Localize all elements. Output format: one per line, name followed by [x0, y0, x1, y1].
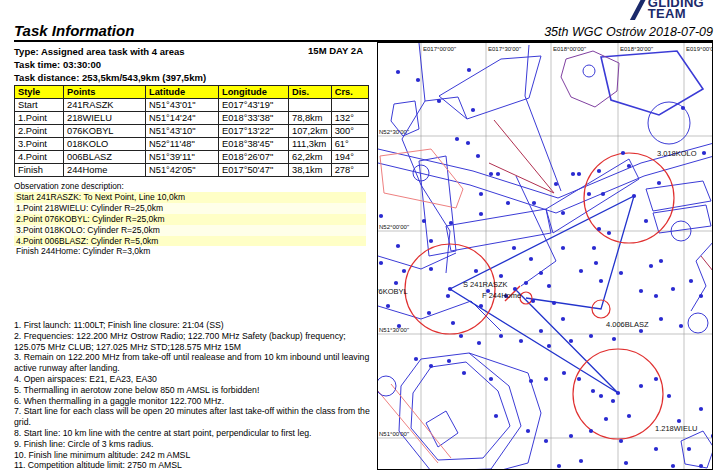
map-longitude-label: E018°30'00" — [620, 46, 653, 52]
task-table-cell: E018°38'45" — [219, 138, 289, 151]
task-table-cell: E017°50'47" — [219, 164, 289, 177]
task-note-item: 11. Competition altitude limit: 2750 m A… — [14, 460, 374, 470]
task-table-row: 4.Point006BLASZN51°39'11"E018°26'07"62,2… — [15, 151, 369, 164]
task-table-cell: E017°13'22" — [219, 125, 289, 138]
airspace-outline — [419, 156, 456, 256]
task-table-header: StylePointsLatitudeLongitudeDis.Crs. — [15, 86, 369, 99]
task-notes-list: 1. First launch: 11:00LT; Finish line cl… — [14, 320, 374, 470]
task-table-cell: 3.Point — [15, 138, 64, 151]
task-table-cell: 278° — [331, 164, 368, 177]
map-waypoint-label: 4.006BLASZ — [606, 320, 649, 329]
task-table-cell: N51°39'11" — [146, 151, 219, 164]
map-latitude-label: N51°00'00" — [379, 431, 409, 437]
airspace-outline — [646, 181, 711, 211]
task-table-cell: N51°14'24" — [146, 112, 219, 125]
task-note-item: 7. Start line for each class will be ope… — [14, 406, 374, 428]
task-table-row: 2.Point076KOBYLN51°43'10"E017°13'22"107,… — [15, 125, 369, 138]
airspace-outline — [681, 431, 713, 468]
task-distance-line: Task distance: 253,5km/543,9km (397,5km) — [14, 71, 206, 84]
map-longitude-label: E017°30'00" — [488, 46, 521, 52]
task-table-cell: 241RASZK — [64, 99, 146, 112]
task-table-cell: N51°43'01" — [146, 99, 219, 112]
task-table-cell: 218WIELU — [64, 112, 146, 125]
task-table-cell: E018°26'07" — [219, 151, 289, 164]
task-table-col-header: Style — [15, 86, 64, 99]
task-table-cell: 62,2km — [289, 151, 332, 164]
task-table-row: 1.Point218WIELUN51°14'24"E018°33'38"78,8… — [15, 112, 369, 125]
observation-zone-line: 3.Point 018KOLO: Cylinder R=25,0km — [14, 225, 366, 236]
task-map-svg: E017°00'00"E017°30'00"E018°00'00"E018°30… — [378, 43, 713, 470]
task-note-item: 9. Finish line: Circle of 3 kms radius. — [14, 439, 374, 450]
task-legs — [450, 196, 634, 393]
task-table: StylePointsLatitudeLongitudeDis.Crs. Sta… — [14, 85, 369, 177]
map-longitude-label: E017°00'00" — [423, 46, 456, 52]
observation-zone-line: 4.Point 006BLASZ: Cylinder R=5,0km — [14, 236, 366, 247]
task-map: E017°00'00"E017°30'00"E018°00'00"E018°30… — [377, 42, 713, 470]
observation-zone-line: 1.Point 218WIELU: Cylinder R=25,0km — [14, 203, 366, 214]
airspace-outline — [378, 253, 456, 269]
map-waypoint-label: 2.076KOBYL — [378, 287, 408, 296]
task-table-cell: 1.Point — [15, 112, 64, 125]
task-note-item: 8. Start line: 10 km line with the centr… — [14, 428, 374, 439]
airspace-outline — [411, 362, 510, 460]
map-waypoint-label: S 241RASZK — [463, 280, 508, 289]
logo-slash-icon — [630, 0, 647, 20]
observation-zone-line: Finish 244Home: Cylinder R=3,0km — [14, 246, 366, 257]
map-grid: E017°00'00"E017°30'00"E018°00'00"E018°30… — [378, 43, 713, 470]
observation-zone-list: Start 241RASZK: To Next Point, Line 10,0… — [14, 192, 366, 257]
map-waypoint-label: F 244Home — [482, 291, 521, 300]
map-waypoint-label: 3.018KOLO — [657, 149, 697, 158]
task-table-row: 3.Point018KOLON52°11'48"E018°38'45"111,3… — [15, 138, 369, 151]
map-latitude-label: N51°30'00" — [379, 327, 409, 333]
airspace-circle — [583, 65, 595, 77]
task-note-item: 10. Finish line minimum altitude: 242 m … — [14, 450, 374, 461]
page-title: Task Information — [14, 22, 134, 39]
observation-zone-heading: Observation zone description: — [14, 181, 124, 191]
airspace-outline — [426, 411, 458, 447]
task-table-cell: 4.Point — [15, 151, 64, 164]
airspace-outline — [494, 120, 554, 193]
airspace-outline — [701, 256, 713, 271]
task-note-item: 6. When thermalling in a gaggle monitor … — [14, 396, 374, 407]
observation-zone-line: Start 241RASZK: To Next Point, Line 10,0… — [14, 192, 366, 203]
task-table-cell: 006BLASZ — [64, 151, 146, 164]
task-table-cell: 018KOLO — [64, 138, 146, 151]
gliding-team-logo: GLIDING TEAM — [636, 0, 704, 20]
map-latitude-label: N52°00'00" — [379, 224, 409, 230]
task-table-cell: 2.Point — [15, 125, 64, 138]
task-table-cell: 300° — [331, 125, 368, 138]
task-table-cell: 132° — [331, 112, 368, 125]
airspace-outlines — [378, 43, 713, 470]
map-waypoint-label: 1.218WIELU — [655, 424, 698, 433]
airspace-outline — [425, 97, 467, 119]
map-longitude-label: E019°00'00" — [686, 46, 713, 52]
task-note-item: 5. Thermalling in aerotow zone below 850… — [14, 385, 374, 396]
task-type-line: Type: Assigned area task with 4 areas — [14, 45, 206, 58]
airspace-outline — [525, 45, 561, 191]
task-table-col-header: Points — [64, 86, 146, 99]
airspace-outline — [601, 51, 703, 115]
task-time-line: Task time: 03:30:00 — [14, 58, 206, 71]
task-note-item: 1. First launch: 11:00LT; Finish line cl… — [14, 320, 374, 331]
task-table-col-header: Dis. — [289, 86, 332, 99]
task-table-cell: 076KOBYL — [64, 125, 146, 138]
task-table-cell: 38,1km — [289, 164, 332, 177]
task-table-cell: N52°11'48" — [146, 138, 219, 151]
task-summary: Type: Assigned area task with 4 areas Ta… — [14, 45, 206, 84]
class-day-label: 15M DAY 2A — [233, 45, 363, 56]
task-note-item: 4. Open airspaces: E21, EA23, EA30 — [14, 374, 374, 385]
task-table-row: Start241RASZKN51°43'01"E017°43'19" — [15, 99, 369, 112]
airspace-outline — [691, 241, 713, 311]
task-table-cell: Start — [15, 99, 64, 112]
task-table-cell: 194° — [331, 151, 368, 164]
task-table-cell: E018°33'38" — [219, 112, 289, 125]
task-table-cell: N51°43'10" — [146, 125, 219, 138]
task-table-cell — [331, 99, 368, 112]
task-table-cell: 111,3km — [289, 138, 332, 151]
task-table-cell: E017°43'19" — [219, 99, 289, 112]
task-table-row: Finish244HomeN51°42'05"E017°50'47"38,1km… — [15, 164, 369, 177]
task-table-col-header: Latitude — [146, 86, 219, 99]
task-table-cell — [289, 99, 332, 112]
task-table-cell: Finish — [15, 164, 64, 177]
observation-zone-line: 2.Point 076KOBYL: Cylinder R=25,0km — [14, 214, 366, 225]
